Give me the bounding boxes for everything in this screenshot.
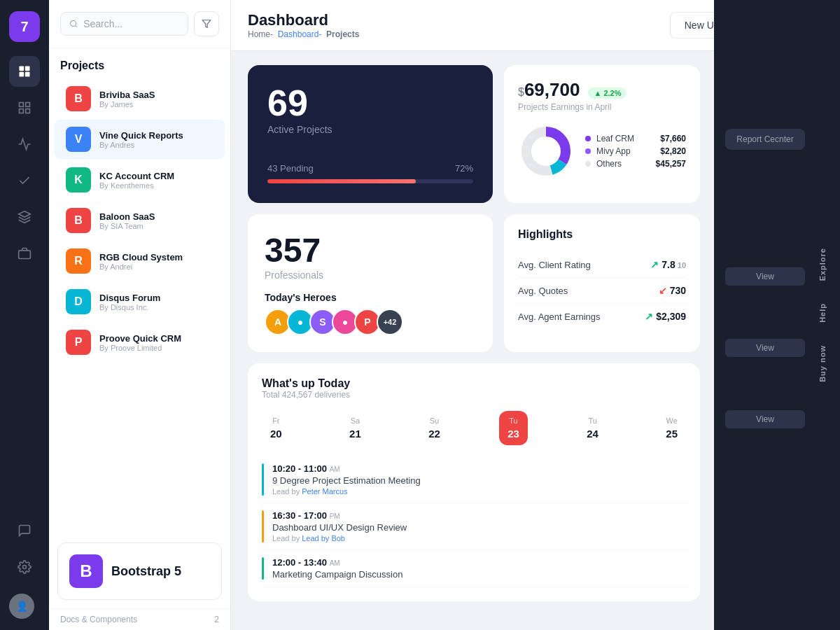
page-title: Dashboard xyxy=(248,11,359,29)
pending-row: 43 Pending 72% xyxy=(267,163,473,174)
highlight-label: Avg. Quotes xyxy=(518,286,568,296)
active-projects-card: 69 Active Projects 43 Pending 72% xyxy=(248,65,493,203)
project-info: Disqus Forum By Disqus Inc. xyxy=(99,293,160,312)
project-info: Proove Quick CRM By Proove Limited xyxy=(99,333,181,352)
calendar-card: What's up Today Total 424,567 deliveries… xyxy=(248,363,700,601)
view-button-3[interactable]: View xyxy=(725,410,805,428)
search-input[interactable] xyxy=(83,18,179,29)
pending-pct: 72% xyxy=(455,163,473,174)
project-by: By James xyxy=(99,100,155,108)
legend-dot xyxy=(585,148,591,154)
cal-day-name: Fr xyxy=(272,416,279,425)
svg-rect-4 xyxy=(20,103,24,107)
svg-rect-0 xyxy=(20,66,24,71)
svg-point-10 xyxy=(23,566,27,569)
event-time: 16:30 - 17:00 PM xyxy=(272,510,407,521)
highlight-label: Avg. Client Rating xyxy=(518,260,591,270)
user-number-badge[interactable]: 7 xyxy=(9,11,40,42)
nav-icon-check[interactable] xyxy=(9,165,40,196)
project-item[interactable]: V Vine Quick Reports By Andres xyxy=(55,120,225,159)
project-item[interactable]: K KC Account CRM By Keenthemes xyxy=(55,160,225,200)
side-tab-buy[interactable]: Buy now xyxy=(813,334,832,393)
legend-value: $2,820 xyxy=(656,146,686,156)
nav-icon-chart[interactable] xyxy=(9,129,40,160)
side-tabs: Explore Help Buy now xyxy=(813,0,832,630)
project-name: KC Account CRM xyxy=(99,171,174,181)
highlight-value: ↙ 730 xyxy=(659,285,686,296)
project-icon: B xyxy=(66,208,91,233)
project-icon: K xyxy=(66,167,91,192)
project-name: Vine Quick Reports xyxy=(99,130,183,141)
nav-icon-grid[interactable] xyxy=(9,92,40,123)
bootstrap-card: B Bootstrap 5 xyxy=(57,542,222,600)
project-by: By Andres xyxy=(99,141,183,149)
cal-day-num: 25 xyxy=(666,428,678,440)
legend-label: Leaf CRM xyxy=(596,134,634,144)
cal-day-name: Tu xyxy=(588,416,596,425)
search-icon xyxy=(69,19,78,29)
nav-icon-dashboard[interactable] xyxy=(9,56,40,87)
project-item[interactable]: B Briviba SaaS By James xyxy=(55,79,225,118)
event-bar xyxy=(262,557,264,580)
event-content: 16:30 - 17:00 PM Dashboard UI/UX Design … xyxy=(272,510,407,542)
event-title: Marketing Campaign Discussion xyxy=(272,569,402,580)
nav-icon-layers[interactable] xyxy=(9,202,40,232)
cal-day[interactable]: Su 22 xyxy=(420,411,449,445)
cal-day[interactable]: We 25 xyxy=(657,411,686,445)
cal-day[interactable]: Tu 24 xyxy=(578,411,607,445)
view-btn-2-wrap: View xyxy=(720,336,799,360)
view-button-1[interactable]: View xyxy=(725,267,805,286)
breadcrumb: Home- Dashboard- Projects xyxy=(248,29,359,39)
sidebar-search-bar xyxy=(49,0,230,48)
event-item: 16:30 - 17:00 PM Dashboard UI/UX Design … xyxy=(262,503,686,550)
svg-rect-7 xyxy=(26,109,30,113)
event-lead-link[interactable]: Peter Marcus xyxy=(302,487,347,496)
view-button-2[interactable]: View xyxy=(725,339,805,357)
project-list: B Briviba SaaS By James V Vine Quick Rep… xyxy=(49,78,230,534)
nav-icon-settings[interactable] xyxy=(9,552,40,582)
project-info: KC Account CRM By Keenthemes xyxy=(99,171,174,190)
legend-dot xyxy=(585,161,591,167)
highlights-list: Avg. Client Rating ↗ 7.8 10 Avg. Quotes … xyxy=(518,252,686,329)
project-icon: R xyxy=(66,248,91,274)
project-item[interactable]: P Proove Quick CRM By Proove Limited xyxy=(55,323,225,362)
highlight-value: ↗ 7.8 10 xyxy=(650,259,686,270)
view-btn-1-wrap: View xyxy=(720,265,799,288)
filter-button[interactable] xyxy=(194,11,219,36)
project-icon: B xyxy=(66,86,91,111)
highlight-row: Avg. Quotes ↙ 730 xyxy=(518,278,686,304)
earnings-badge: ▲ 2.2% xyxy=(588,88,626,99)
nav-icon-message[interactable] xyxy=(9,515,40,546)
project-item[interactable]: B Baloon SaaS By SIA Team xyxy=(55,201,225,240)
cal-days: Fr 20 Sa 21 Su 22 Tu 23 Tu 24 We 25 xyxy=(262,411,686,445)
svg-line-12 xyxy=(75,25,76,27)
cal-day[interactable]: Tu 23 xyxy=(499,411,528,445)
heroes-section: Today's Heroes A●S●P+42 xyxy=(265,292,476,335)
report-center-button[interactable]: Report Cecnter xyxy=(725,129,805,150)
highlight-row: Avg. Client Rating ↗ 7.8 10 xyxy=(518,252,686,278)
svg-rect-3 xyxy=(25,72,30,77)
cal-day-name: Tu xyxy=(509,416,517,425)
search-input-wrap[interactable] xyxy=(60,12,188,36)
legend-item: Leaf CRM xyxy=(585,134,645,144)
project-item[interactable]: R RGB Cloud System By Andrei xyxy=(55,241,225,281)
nav-icon-briefcase[interactable] xyxy=(9,238,40,269)
svg-marker-13 xyxy=(202,20,211,28)
project-icon: D xyxy=(66,289,91,314)
project-item[interactable]: D Disqus Forum By Disqus Inc. xyxy=(55,282,225,321)
cal-day[interactable]: Fr 20 xyxy=(262,411,290,445)
side-tab-explore[interactable]: Explore xyxy=(813,237,832,292)
cal-day-num: 22 xyxy=(428,428,440,440)
cal-day[interactable]: Sa 21 xyxy=(341,411,370,445)
docs-count: 2 xyxy=(214,615,219,624)
event-bar xyxy=(262,510,264,542)
highlights-title: Highlights xyxy=(518,228,686,241)
earnings-header: $69,700 ▲ 2.2% xyxy=(518,79,686,101)
side-tab-help[interactable]: Help xyxy=(813,292,832,334)
cal-day-num: 21 xyxy=(349,428,361,440)
event-title: Dashboard UI/UX Design Review xyxy=(272,522,407,533)
avatar[interactable]: 👤 xyxy=(9,594,34,619)
event-lead-link[interactable]: Lead by Bob xyxy=(302,534,345,542)
earnings-amount: $69,700 xyxy=(518,79,580,101)
event-time: 10:20 - 11:00 AM xyxy=(272,463,421,474)
